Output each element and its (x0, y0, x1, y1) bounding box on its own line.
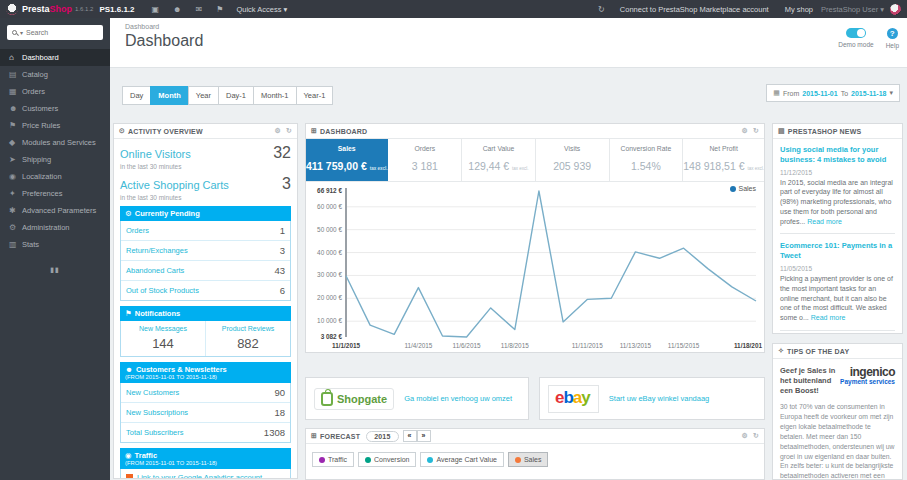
customers-row-new-customers[interactable]: New Customers90 (121, 383, 290, 403)
sidebar-search[interactable]: ▾ (7, 25, 103, 40)
page-header: Dashboard Dashboard Demo mode ? Help (110, 18, 907, 68)
sidebar-item-advanced-parameters[interactable]: ✱Advanced Parameters (0, 202, 110, 219)
ebay-ad-link[interactable]: Start uw eBay winkel vandaag (609, 394, 709, 403)
sidebar-item-shipping[interactable]: ➤Shipping (0, 151, 110, 168)
svg-text:3 082 €: 3 082 € (321, 333, 343, 340)
cart-icon: ⊞ (311, 127, 317, 135)
shopgate-ad-link[interactable]: Ga mobiel en verhoog uw omzet (404, 394, 512, 403)
sidebar-item-orders[interactable]: ▦Orders (0, 83, 110, 100)
svg-text:11/8/2015: 11/8/2015 (501, 342, 529, 349)
active-carts-value: 3 (282, 175, 291, 193)
user-menu[interactable]: PrestaShop User ▾ (821, 5, 884, 14)
sidebar-item-localization[interactable]: ◉Localization (0, 168, 110, 185)
dashboard-panel: ⊞ DASHBOARD ⚙↻ Sales411 759,00 € tax exc… (305, 123, 765, 353)
sales-line-chart: 66 912 €60 000 €50 000 €40 000 €30 000 €… (306, 182, 764, 352)
bell-icon: ⚑ (125, 309, 132, 318)
marketplace-link[interactable]: Connect to PrestaShop Marketplace accoun… (620, 5, 769, 14)
shopgate-ad-card[interactable]: Shopgate Ga mobiel en verhoog uw omzet (305, 377, 529, 420)
forecast-toggle-average-cart-value[interactable]: Average Cart Value (420, 452, 503, 467)
forecast-next-button[interactable]: » (417, 430, 431, 442)
customers-icon[interactable]: ☻ (173, 5, 181, 14)
ebay-ad-card[interactable]: ebay Start uw eBay winkel vandaag (539, 377, 765, 420)
gear-icon[interactable]: ⚙ (741, 432, 747, 440)
sidebar-item-customers[interactable]: ☻Customers (0, 100, 110, 117)
sidebar-collapse-button[interactable]: ▮▮ (0, 266, 110, 274)
forecast-prev-button[interactable]: « (403, 430, 417, 442)
chevron-down-icon: ▾ (284, 5, 288, 14)
user-avatar[interactable] (890, 4, 901, 15)
search-icon (12, 30, 17, 35)
range-button-year[interactable]: Year (188, 86, 219, 105)
refresh-icon[interactable]: ↻ (753, 127, 759, 135)
kpi-visits[interactable]: Visits205 939 (536, 139, 610, 181)
news-article-title[interactable]: Using social media for your business: 4 … (780, 145, 895, 165)
news-article: Using social media for your business: 4 … (780, 145, 895, 226)
kpi-sales[interactable]: Sales411 759,00 € tax excl. (306, 139, 388, 181)
date-to: 2015-11-18 (851, 90, 886, 97)
customers-row-total-subscribers[interactable]: Total Subscribers1308 (121, 423, 290, 442)
pending-row-orders[interactable]: Orders1 (121, 221, 290, 241)
kpi-cart-value[interactable]: Cart Value129,44 € tax excl. (462, 139, 536, 181)
google-analytics-icon (126, 474, 133, 479)
users-icon: ☻ (9, 104, 22, 113)
demo-mode-toggle[interactable] (846, 28, 866, 38)
news-article-excerpt: Picking a payment provider is one of the… (780, 274, 895, 323)
help-icon[interactable]: ? (887, 28, 898, 39)
breadcrumb[interactable]: Dashboard (125, 23, 159, 30)
chart-legend[interactable]: Sales (730, 185, 756, 192)
kpi-conversion-rate[interactable]: Conversion Rate1.54% (610, 139, 684, 181)
read-more-link[interactable]: Read more (807, 218, 842, 225)
sidebar-item-modules[interactable]: ◆Modules and Services (0, 134, 110, 151)
customers-row-new-subscriptions[interactable]: New Subscriptions18 (121, 403, 290, 423)
home-icon: ⌂ (9, 53, 22, 62)
pending-row-abandoned-carts[interactable]: Abandoned Carts43 (121, 261, 290, 281)
active-carts-label[interactable]: Active Shopping Carts (120, 179, 229, 191)
sidebar-item-administration[interactable]: ⚙Administration (0, 219, 110, 236)
mail-icon[interactable]: ✉ (196, 5, 203, 14)
google-analytics-link-row[interactable]: Link to your Google Analytics account (121, 469, 290, 479)
pending-row-returns[interactable]: Return/Exchanges3 (121, 241, 290, 261)
product-reviews-cell[interactable]: Product Reviews882 (206, 321, 290, 356)
forecast-toggle-traffic[interactable]: Traffic (312, 452, 354, 467)
kpi-net-profit[interactable]: Net Profit148 918,51 € tax excl. (683, 139, 764, 181)
traffic-dot-icon (319, 457, 325, 463)
sidebar-item-price-rules[interactable]: ⚑Price Rules (0, 117, 110, 134)
range-button-day-1[interactable]: Day-1 (218, 86, 254, 105)
news-article-title[interactable]: Ecommerce 101: Payments in a Tweet (780, 241, 895, 261)
sales-dot-icon (515, 457, 521, 463)
news-article: Ecommerce 101: Payments in a Tweet 11/05… (780, 241, 895, 322)
trophy-icon[interactable]: ⚑ (216, 5, 223, 14)
gear-icon[interactable]: ⚙ (274, 127, 280, 135)
refresh-icon[interactable]: ↻ (753, 432, 759, 440)
user-icon: ☻ (125, 365, 133, 374)
date-range-picker[interactable]: ▦ From 2015-11-01 To 2015-11-18 ▾ (766, 84, 900, 102)
divider (780, 330, 895, 331)
search-input[interactable] (26, 29, 96, 36)
page-title: Dashboard (125, 32, 203, 50)
range-button-day[interactable]: Day (122, 86, 151, 105)
activity-panel-title: ACTIVITY OVERVIEW (128, 128, 203, 135)
refresh-icon[interactable]: ↻ (286, 127, 292, 135)
sidebar-item-preferences[interactable]: ✦Preferences (0, 185, 110, 202)
puzzle-icon: ◆ (9, 138, 22, 147)
forecast-toggle-conversion[interactable]: Conversion (358, 452, 416, 467)
sidebar-item-catalog[interactable]: ▤Catalog (0, 66, 110, 83)
my-shop-link[interactable]: My shop (785, 5, 813, 14)
cart-icon[interactable]: ▣ (152, 5, 160, 14)
brand-name: PrestaShop (22, 4, 72, 14)
quick-access-menu[interactable]: Quick Access ▾ (236, 5, 287, 14)
online-visitors-label[interactable]: Online Visitors (120, 148, 191, 160)
gear-icon[interactable]: ⚙ (741, 127, 747, 135)
credit-card-icon: ▦ (9, 87, 22, 96)
range-button-month[interactable]: Month (150, 86, 189, 105)
read-more-link[interactable]: Read more (811, 314, 846, 321)
range-button-year-1[interactable]: Year-1 (296, 86, 334, 105)
kpi-orders[interactable]: Orders3 181 (388, 139, 462, 181)
new-messages-cell[interactable]: New Messages144 (121, 321, 206, 356)
forecast-toggle-sales[interactable]: Sales (508, 452, 549, 467)
range-button-month-1[interactable]: Month-1 (253, 86, 297, 105)
pending-row-out-of-stock[interactable]: Out of Stock Products6 (121, 281, 290, 300)
svg-text:11/1/2015: 11/1/2015 (332, 342, 361, 349)
sidebar-item-stats[interactable]: ▥Stats (0, 236, 110, 253)
sidebar-item-dashboard[interactable]: ⌂Dashboard (0, 49, 110, 66)
